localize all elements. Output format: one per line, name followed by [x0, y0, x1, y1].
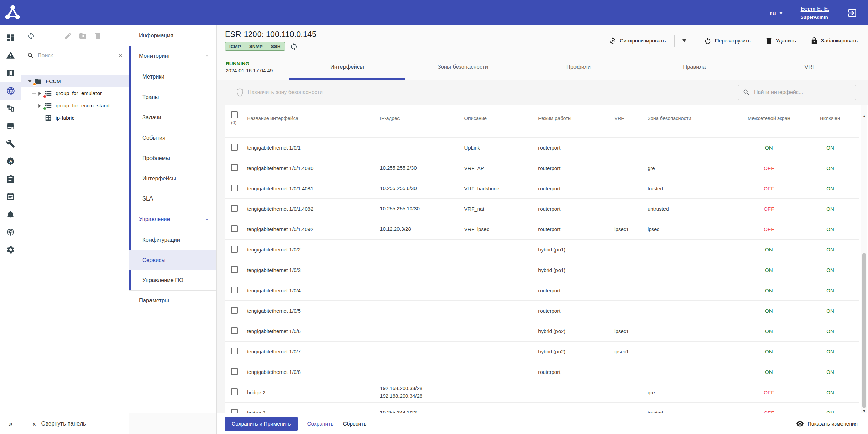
- nav-item-management[interactable]: Управление: [129, 209, 216, 229]
- col-ip[interactable]: IP-адрес: [380, 105, 464, 132]
- table-row[interactable]: tengigabitethernet 1/0/4 routerport ON O…: [225, 280, 859, 300]
- tasks-icon[interactable]: [0, 170, 21, 188]
- topology-icon[interactable]: [0, 100, 21, 117]
- col-enabled[interactable]: Включен: [804, 105, 859, 132]
- scroll-up-icon[interactable]: ▲: [861, 114, 867, 118]
- table-row[interactable]: tengigabitethernet 1/0/7 hybrid (po2) ip…: [225, 341, 859, 362]
- synchronize-button[interactable]: Синхронизировать: [608, 37, 666, 45]
- row-checkbox[interactable]: [231, 348, 238, 354]
- language-selector[interactable]: ru: [770, 10, 783, 16]
- tree-node-eccm[interactable]: ECCM: [21, 75, 129, 87]
- table-row[interactable]: tengigabitethernet 1/0/8 routerport ON O…: [225, 362, 859, 382]
- table-row[interactable]: tengigabitethernet 1/0/1.4092 10.12.20.3…: [225, 219, 859, 239]
- row-checkbox[interactable]: [231, 164, 238, 171]
- tab-rules[interactable]: Правила: [636, 54, 752, 80]
- row-checkbox[interactable]: [231, 327, 238, 334]
- col-firewall[interactable]: Межсетевой экран: [737, 105, 804, 132]
- tree-node-group-emulator[interactable]: group_for_emulator: [29, 87, 129, 100]
- nav-item-parameters[interactable]: Параметры: [129, 291, 216, 311]
- tab-profiles[interactable]: Профили: [521, 54, 637, 80]
- edit-node-icon[interactable]: [64, 32, 72, 40]
- table-row[interactable]: tengigabitethernet 1/0/1.4082 10.255.255…: [225, 198, 859, 219]
- tree-search-input[interactable]: [38, 53, 114, 59]
- row-checkbox[interactable]: [231, 225, 238, 232]
- row-checkbox[interactable]: [231, 205, 238, 212]
- table-row[interactable]: tengigabitethernet 1/0/2 hybrid (po1) ON…: [225, 239, 859, 260]
- interface-search-input[interactable]: [754, 89, 851, 96]
- tree-node-ip-fabric[interactable]: ip-fabric: [29, 112, 129, 124]
- row-checkbox[interactable]: [231, 246, 238, 253]
- nav-item-monitoring[interactable]: Мониторинг: [129, 46, 216, 66]
- col-description[interactable]: Описание: [464, 105, 538, 132]
- nav-item-traps[interactable]: Трапы: [129, 87, 216, 107]
- nav-item-services[interactable]: Сервисы: [129, 250, 216, 270]
- add-node-icon[interactable]: [49, 32, 57, 40]
- select-all-checkbox[interactable]: [231, 111, 238, 118]
- save-and-apply-button[interactable]: Сохранить и Применить: [225, 417, 298, 431]
- lock-device-button[interactable]: Заблокировать: [810, 37, 858, 45]
- tab-interfaces[interactable]: Интерфейсы: [289, 54, 405, 80]
- settings-icon[interactable]: [0, 241, 21, 259]
- table-row[interactable]: tengigabitethernet 1/0/1 UpLink routerpo…: [225, 137, 859, 158]
- show-changes-button[interactable]: Показать изменения: [796, 420, 858, 428]
- col-interface-name[interactable]: Название интерфейса: [247, 105, 380, 132]
- row-checkbox[interactable]: [231, 185, 238, 191]
- col-zone[interactable]: Зона безопасности: [648, 105, 737, 132]
- row-checkbox[interactable]: [231, 409, 238, 413]
- map-icon[interactable]: [0, 64, 21, 82]
- notifications-icon[interactable]: [0, 206, 21, 223]
- row-checkbox[interactable]: [231, 287, 238, 293]
- caret-right-icon[interactable]: [36, 92, 43, 96]
- user-name-link[interactable]: Eccm E. E.: [801, 6, 829, 12]
- move-node-icon[interactable]: [79, 32, 87, 40]
- nav-item-software[interactable]: Управление ПО: [129, 270, 216, 291]
- table-row[interactable]: tengigabitethernet 1/0/3 hybrid (po1) ON…: [225, 260, 859, 280]
- caret-right-icon[interactable]: [36, 104, 43, 108]
- row-checkbox[interactable]: [231, 368, 238, 375]
- table-row[interactable]: tengigabitethernet 1/0/1.4081 10.255.255…: [225, 178, 859, 198]
- devices-globe-icon[interactable]: [0, 82, 21, 100]
- scrollbar-thumb[interactable]: [862, 253, 866, 408]
- store-icon[interactable]: [0, 117, 21, 135]
- col-mode[interactable]: Режим работы: [538, 105, 614, 132]
- expand-rail-button[interactable]: »: [0, 413, 21, 434]
- assign-zone-button[interactable]: Назначить зону безопасности: [236, 88, 323, 97]
- close-icon[interactable]: [117, 53, 124, 59]
- nav-item-tasks[interactable]: Задачи: [129, 107, 216, 127]
- tools-icon[interactable]: [0, 135, 21, 153]
- row-checkbox[interactable]: [231, 144, 238, 151]
- save-button[interactable]: Сохранить: [307, 421, 333, 427]
- dashboard-icon[interactable]: [0, 29, 21, 47]
- monitoring-radar-icon[interactable]: [0, 223, 21, 241]
- table-row[interactable]: tengigabitethernet 1/0/6 hybrid (po2) ip…: [225, 321, 859, 341]
- logout-icon[interactable]: [847, 7, 858, 18]
- reset-button[interactable]: Сбросить: [343, 421, 366, 427]
- table-row[interactable]: tengigabitethernet 1/0/5 routerport ON O…: [225, 300, 859, 321]
- nav-item-sla[interactable]: SLA: [129, 189, 216, 209]
- tree-node-group-eccm-stand[interactable]: group_for_eccm_stand: [29, 100, 129, 112]
- nav-item-events[interactable]: События: [129, 127, 216, 148]
- vertical-scrollbar[interactable]: ▲ ▼: [861, 105, 867, 413]
- reboot-button[interactable]: Перезагрузить: [704, 37, 750, 45]
- table-row[interactable]: bridge 2 192.168.200.33/28192.168.200.34…: [225, 382, 859, 402]
- nav-item-problems[interactable]: Проблемы: [129, 148, 216, 168]
- caret-down-icon[interactable]: [26, 80, 33, 83]
- refresh-protocols-icon[interactable]: [290, 42, 298, 51]
- sync-dropdown-caret[interactable]: [675, 39, 690, 42]
- alerts-icon[interactable]: [0, 47, 21, 64]
- row-checkbox[interactable]: [231, 307, 238, 314]
- row-checkbox[interactable]: [231, 388, 238, 395]
- calendar-icon[interactable]: [0, 188, 21, 206]
- nav-item-interfaces[interactable]: Интерфейсы: [129, 168, 216, 189]
- col-vrf[interactable]: VRF: [614, 105, 648, 132]
- nav-item-metrics[interactable]: Метрики: [129, 66, 216, 87]
- nav-item-information[interactable]: Информация: [129, 25, 216, 46]
- table-row[interactable]: bridge 3 10.255.244.1/22 trusted OFF ON: [225, 402, 859, 413]
- scroll-down-icon[interactable]: ▼: [861, 409, 867, 413]
- nav-item-configurations[interactable]: Конфигурации: [129, 229, 216, 250]
- badge-a-icon[interactable]: A: [0, 153, 21, 170]
- row-checkbox[interactable]: [231, 266, 238, 273]
- collapse-panel-button[interactable]: « Свернуть панель: [21, 413, 129, 434]
- tab-vrf[interactable]: VRF: [752, 54, 868, 80]
- refresh-tree-icon[interactable]: [27, 32, 35, 40]
